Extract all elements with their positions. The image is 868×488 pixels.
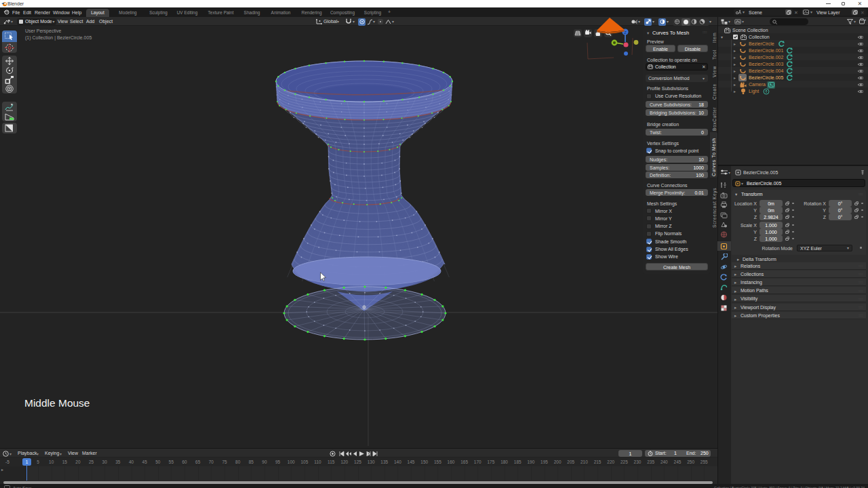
svg-text:o: o (865, 18, 866, 22)
